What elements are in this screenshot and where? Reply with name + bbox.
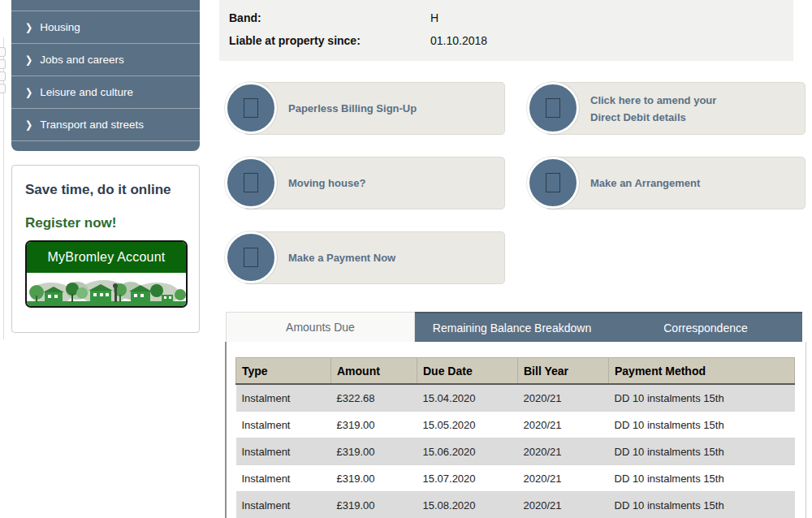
- cell-payment-method: DD 10 instalments 15th: [609, 465, 795, 492]
- sidebar-item-housing[interactable]: ❯ Housing: [11, 11, 200, 43]
- table-row: Instalment £322.68 15.04.2020 2020/21 DD…: [236, 384, 795, 412]
- col-due-date: Due Date: [417, 358, 518, 385]
- band-label: Band:: [229, 10, 430, 26]
- sidebar-item-leisure-and-culture[interactable]: ❯ Leisure and culture: [11, 76, 200, 108]
- button-label: Make an Arrangement: [590, 175, 700, 192]
- sidebar-item-jobs-and-careers[interactable]: ❯ Jobs and careers: [11, 43, 200, 76]
- cell-type: Instalment: [236, 492, 331, 518]
- image-placeholder-icon: [244, 248, 258, 267]
- arrangement-icon: [527, 157, 579, 209]
- col-type: Type: [236, 358, 331, 385]
- cell-amount: £322.68: [331, 384, 417, 412]
- cell-type: Instalment: [236, 384, 331, 412]
- moving-house-button[interactable]: Moving house?: [225, 157, 505, 209]
- image-placeholder-icon: [244, 98, 258, 118]
- left-cutoff-fragment: [0, 84, 6, 93]
- cell-type: Instalment: [236, 438, 331, 465]
- chevron-right-icon: ❯: [25, 119, 32, 130]
- tab-amounts-due[interactable]: Amounts Due: [226, 312, 415, 342]
- direct-debit-icon: [527, 82, 579, 134]
- chevron-right-icon: ❯: [25, 54, 32, 65]
- button-label-line2: Direct Debit details: [590, 109, 716, 126]
- paperless-billing-icon: [225, 82, 277, 134]
- cell-due-date: 15.07.2020: [417, 465, 518, 492]
- info-row-liable-since: Liable at property since: 01.10.2018: [229, 32, 793, 49]
- cell-bill-year: 2020/21: [518, 412, 609, 438]
- image-placeholder-icon: [546, 98, 560, 118]
- banner-title: MyBromley Account: [48, 250, 166, 265]
- account-tabs: Amounts Due Remaining Balance Breakdown …: [226, 312, 802, 342]
- col-payment-method: Payment Method: [609, 358, 795, 385]
- left-cutoff-border: [3, 37, 4, 339]
- chevron-right-icon: ❯: [25, 87, 32, 97]
- liable-since-label: Liable at property since:: [229, 32, 430, 49]
- cell-payment-method: DD 10 instalments 15th: [609, 384, 795, 412]
- sidebar-item-transport-and-streets[interactable]: ❯ Transport and streets: [11, 108, 200, 141]
- image-placeholder-icon: [244, 173, 258, 192]
- button-label: Moving house?: [288, 175, 365, 192]
- cell-payment-method: DD 10 instalments 15th: [609, 492, 795, 518]
- moving-house-icon: [225, 157, 277, 209]
- cell-amount: £319.00: [331, 412, 417, 438]
- cell-due-date: 15.05.2020: [417, 412, 518, 438]
- band-value: H: [430, 10, 438, 26]
- image-placeholder-icon: [546, 173, 560, 192]
- sidebar-item-label: Jobs and careers: [40, 54, 124, 66]
- council-tax-account-page: ❯ Housing ❯ Jobs and careers ❯ Leisure a…: [0, 0, 812, 518]
- promo-title: Save time, do it online: [25, 182, 186, 198]
- make-payment-button[interactable]: Make a Payment Now: [225, 231, 505, 284]
- cell-bill-year: 2020/21: [518, 384, 609, 412]
- tab-remaining-balance-breakdown[interactable]: Remaining Balance Breakdown: [415, 312, 609, 342]
- cell-payment-method: DD 10 instalments 15th: [609, 412, 795, 438]
- account-info-box: Band: H Liable at property since: 01.10.…: [219, 0, 793, 61]
- liable-since-value: 01.10.2018: [430, 32, 487, 49]
- cell-bill-year: 2020/21: [518, 492, 609, 518]
- table-row: Instalment £319.00 15.08.2020 2020/21 DD…: [236, 492, 795, 518]
- button-plate: [244, 157, 505, 209]
- table-row: Instalment £319.00 15.05.2020 2020/21 DD…: [236, 412, 795, 438]
- col-amount: Amount: [331, 358, 417, 385]
- cell-payment-method: DD 10 instalments 15th: [609, 438, 795, 465]
- cell-amount: £319.00: [331, 465, 417, 492]
- info-row-band: Band: H: [229, 10, 793, 26]
- register-promo-box: Save time, do it online Register now! My…: [11, 165, 200, 333]
- cell-due-date: 15.08.2020: [417, 492, 518, 518]
- cell-amount: £319.00: [331, 492, 417, 518]
- table-header-row: Type Amount Due Date Bill Year Payment M…: [236, 358, 795, 385]
- sidebar-item-label: Transport and streets: [40, 119, 144, 131]
- button-label: Make a Payment Now: [288, 249, 395, 266]
- chevron-right-icon: ❯: [25, 22, 32, 32]
- mybromley-account-banner[interactable]: MyBromley Account: [25, 240, 188, 308]
- amend-direct-debit-button[interactable]: Click here to amend yourDirect Debit det…: [527, 82, 806, 135]
- amounts-due-panel: Type Amount Due Date Bill Year Payment M…: [225, 342, 806, 518]
- bromley-houses-trees-art: [27, 273, 186, 306]
- cell-amount: £319.00: [331, 438, 417, 465]
- sidebar-item-label: Housing: [40, 21, 80, 33]
- register-now-link[interactable]: Register now!: [25, 215, 186, 231]
- tab-correspondence[interactable]: Correspondence: [609, 312, 802, 342]
- sidebar-item-label: Leisure and culture: [40, 86, 133, 98]
- amounts-due-table: Type Amount Due Date Bill Year Payment M…: [235, 357, 795, 518]
- sidebar-nav: ❯ Housing ❯ Jobs and careers ❯ Leisure a…: [11, 0, 200, 151]
- button-label: Paperless Billing Sign-Up: [288, 100, 417, 117]
- cell-bill-year: 2020/21: [518, 438, 609, 465]
- button-label: Click here to amend your: [590, 92, 716, 109]
- cell-bill-year: 2020/21: [518, 465, 609, 492]
- cell-type: Instalment: [236, 412, 331, 438]
- table-row: Instalment £319.00 15.07.2020 2020/21 DD…: [236, 465, 795, 492]
- cell-due-date: 15.04.2020: [417, 384, 518, 412]
- banner-header: MyBromley Account: [27, 242, 186, 273]
- left-cutoff-fragment: [0, 47, 6, 57]
- cell-type: Instalment: [236, 465, 331, 492]
- paperless-billing-button[interactable]: Paperless Billing Sign-Up: [225, 82, 505, 135]
- payment-icon: [225, 231, 277, 283]
- cell-due-date: 15.06.2020: [417, 438, 518, 465]
- left-cutoff-fragment: [0, 59, 6, 69]
- make-arrangement-button[interactable]: Make an Arrangement: [527, 157, 806, 209]
- left-cutoff-fragment: [0, 71, 6, 81]
- col-bill-year: Bill Year: [518, 358, 609, 385]
- table-row: Instalment £319.00 15.06.2020 2020/21 DD…: [236, 438, 795, 465]
